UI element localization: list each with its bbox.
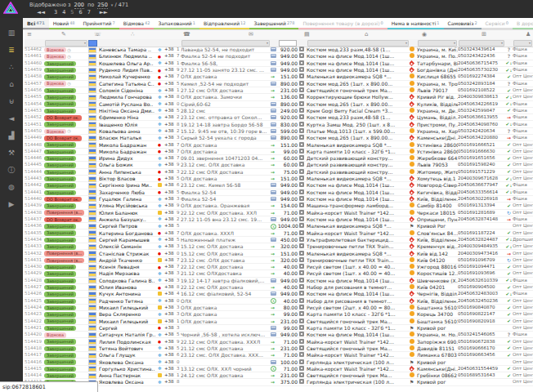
order-row[interactable]: 514428ЗавершенийСолодкова Галина В..✻+38… (25, 278, 533, 284)
tracking-number[interactable]: 0501691571229 (458, 169, 505, 175)
chevron-down-icon[interactable]: ▾ (111, 2, 114, 7)
amount-filter-input[interactable] (279, 40, 297, 47)
order-row[interactable]: 514461Відмова◷Близнюк Людмила ..●+387Фиа… (25, 53, 533, 60)
sidebar-item-settings[interactable]: ⚒ (0, 145, 23, 162)
tracking-number[interactable]: 0501689531643 (458, 372, 505, 378)
order-row[interactable]: 514421ЗавершенийСергей●+38399.00Карта па… (25, 325, 533, 332)
payment-icon[interactable]: ▤ (304, 31, 310, 38)
products-icon[interactable]: ⌂ (365, 31, 368, 38)
order-row[interactable]: 514455ЗавершенийЛюдмила Гончарова✻+388ОЛ… (25, 94, 533, 100)
page-link-5[interactable]: 5 (70, 9, 74, 16)
order-row[interactable]: 514458ЗавершенийНиколай Кучеренко●+387ОЛ… (25, 74, 533, 80)
order-row[interactable]: 514435ЗавершенийКатерина Богданова●+387О… (25, 229, 533, 236)
order-row[interactable]: 514438Повернення (в...Юлия Баланюк+38922… (25, 210, 533, 216)
order-row[interactable]: 514436ЗавершенийСергей Петров✻+385$1004.… (25, 223, 533, 229)
order-row[interactable]: 514437DO Возврат ок.Анжела Безушку..✻+38… (25, 216, 533, 223)
tracking-number[interactable]: 20450636677947 (458, 182, 505, 188)
country-filter-dropdown[interactable] (88, 40, 97, 47)
order-row[interactable]: 514433ЗавершенийОлексій Семанін✻+38315.1… (25, 243, 533, 250)
tab-Самовивіз[interactable]: Самовивіз2 (444, 18, 481, 29)
sidebar-item-statistics[interactable]: ▟ (0, 127, 23, 145)
tracking-number[interactable]: 0501691187224 (458, 230, 505, 236)
tracking-number[interactable]: 0501690822147 (458, 311, 505, 317)
tracking-number[interactable]: 0501691651656 (458, 155, 505, 161)
order-row[interactable]: 514456ЗавершенийСоломія Сідоніна✻+38127.… (25, 87, 533, 94)
order-row[interactable]: 514434ЗавершенийСергей Карамышев✻+385Нал… (25, 237, 533, 243)
order-row[interactable]: 514424ЗавершенийМихаил Гилецький+383ОЛХ … (25, 305, 533, 311)
edit-icon[interactable]: ✎ (61, 31, 66, 38)
tab-В дорозі додому[interactable]: В дорозі додому0 (513, 18, 533, 29)
sidebar-item-purchases[interactable]: ⊎ (0, 93, 23, 110)
tracking-number[interactable]: 20450636715475 (458, 60, 505, 66)
tracking-number[interactable]: 0503242420634 (458, 128, 505, 134)
first-page-button[interactable]: ◄◄ (37, 9, 45, 16)
order-row[interactable]: 514420ВідмоваСитарчук Наталія Гр..✻+385Ч… (25, 332, 533, 338)
sidebar-item-dashboard[interactable]: ▥ (0, 24, 23, 42)
tracking-number[interactable]: 0501691096709 (458, 257, 505, 263)
order-row[interactable]: 514445ЗавершенийОльга Божик✻+38923.12 см… (25, 162, 533, 168)
tracking-icon[interactable]: ⊞ (481, 31, 486, 38)
product-filter-dropdown[interactable]: ▾ (307, 40, 409, 47)
sidebar-item-company[interactable]: ⌂ (0, 76, 23, 93)
order-row[interactable]: 514443ЗавершенийВіктор Власов●+385ОЛХ до… (25, 176, 533, 182)
tracking-number[interactable]: 0501690663456 (458, 352, 505, 358)
order-row[interactable]: 514453ЗавершенийНікітіна Оксана Дми..✻+3… (25, 108, 533, 114)
tab-Всі[interactable]: Всі471 (23, 18, 49, 29)
comment-filter-dropdown[interactable]: ▾ (181, 40, 270, 47)
order-row[interactable]: 514426ЗавершенийКучук Антонина+38416.12 … (25, 291, 533, 297)
order-row[interactable]: 514422ЗавершенийМихаил Гилецький+381ОЛХ … (25, 318, 533, 325)
tracking-number[interactable]: 0501691666630 (458, 149, 505, 154)
order-row[interactable]: 514427ЗавершенийЮлия Иванова●+38822.12 с… (25, 284, 533, 291)
order-row[interactable]: 514416ЗавершенийЯковлева Оксана✻+380100.… (25, 359, 533, 365)
tracking-number[interactable]: 20450632610339 (458, 278, 505, 283)
tracking-number[interactable]: 20400309473416 (458, 251, 505, 256)
order-row[interactable]: 514430ЗавершенийКсенія Левадня●+38722.12… (25, 264, 533, 270)
tracking-number[interactable]: 0501691281689 (458, 210, 505, 216)
comment-icon[interactable]: ✉ (249, 31, 253, 38)
order-row[interactable]: 514454ЗавершенийСамотій Руслана Во..✻+38… (25, 101, 533, 108)
tracking-number[interactable]: 20450632824487 (458, 237, 505, 243)
order-row[interactable]: 514444ЗавершенийАнна Липенська●+38322.12… (25, 169, 533, 176)
tracking-number[interactable]: 0501690672838 (458, 339, 505, 345)
tracking-number[interactable]: 20450636613955 (458, 114, 505, 120)
order-row[interactable]: 514431Повернення (в...Андрій Ткаченко+38… (25, 257, 533, 264)
page-to-select[interactable]: 250 (97, 2, 107, 9)
order-row[interactable]: 514450Відмова◷Ковальова анна✻+38215.12. … (25, 128, 533, 135)
page-link-4[interactable]: 4 (62, 9, 65, 16)
tab-Сервіси[interactable]: Сервіси0 (481, 18, 513, 29)
tracking-number[interactable]: 20400309484935 (458, 243, 505, 249)
order-row[interactable]: 514415ЗавершенийГоргулько Христина..✻+38… (25, 366, 533, 372)
tab-Відмова[interactable]: Відмова42 (119, 18, 155, 29)
tracking-number[interactable]: 0501692274384 (458, 74, 505, 79)
tracking-number[interactable]: 20450632874148 (458, 216, 505, 222)
tracking-number[interactable]: 0501691094471 (458, 264, 505, 270)
order-row[interactable]: 514429ЗавершенийНадія Мерзаєва✻+38321.12… (25, 270, 533, 277)
status-filter-dropdown[interactable]: ▾ (45, 40, 87, 47)
tracking-number[interactable]: 20450634220880 (458, 135, 505, 140)
tracking-number[interactable]: 20400309671628 (458, 176, 505, 181)
tracking-number[interactable]: 0503243439614 (458, 47, 505, 52)
page-link-3[interactable]: 3 (54, 9, 57, 16)
app-logo[interactable] (3, 2, 18, 18)
order-row[interactable]: 514447ЗавершенийМикола Бадражан●+387ОЛХ … (25, 149, 533, 155)
last-page-button[interactable]: ►► (100, 9, 108, 16)
status-filter-icon[interactable]: ≡ (27, 31, 32, 38)
order-row[interactable]: 514448ЗавершенийМикола Бадражан●+387ОЛХ … (25, 141, 533, 148)
order-row[interactable]: 514462Відмова◷Каневська Тамара ..✻+381Ла… (25, 47, 533, 53)
tracking-number[interactable]: 20450635730230 (458, 67, 505, 73)
tab-Відправлений[interactable]: Відправлений12 (199, 18, 250, 29)
tracking-number[interactable]: 0501691093696 (458, 270, 505, 276)
order-row[interactable]: 514460ЗавершенийКошелева Ольга Ар..✻+381… (25, 60, 533, 67)
sidebar-item-info[interactable]: ⓘ (0, 162, 23, 179)
tracking-number[interactable]: 0501690904500 (458, 284, 505, 290)
page-from-select[interactable]: 200 (74, 2, 84, 9)
call-icon[interactable]: ☏ (94, 31, 101, 38)
city-filter-dropdown[interactable]: ▾ (418, 40, 457, 47)
order-row[interactable]: 514419ЗавершенийЛилия Подолинская●+38922… (25, 338, 533, 345)
tracking-number[interactable]: 20450632483003 (458, 291, 505, 296)
tracking-number[interactable]: 0503241546065 (458, 332, 505, 337)
order-row[interactable]: 514423ЗавершенийВера Скляренко✻+383ОЛХ д… (25, 311, 533, 318)
order-row[interactable]: 514417ЗавершенийОльга Глущук✻+38623.12 с… (25, 352, 533, 359)
manager-icon[interactable]: ♟ (526, 31, 531, 38)
order-row[interactable]: 514413ЗавершенийЯковлева Оксана✻+388→375… (25, 379, 533, 385)
